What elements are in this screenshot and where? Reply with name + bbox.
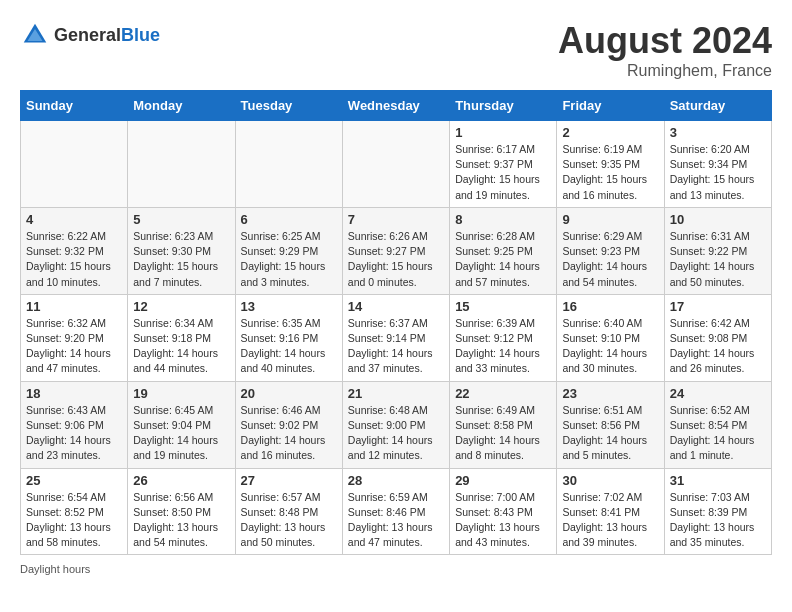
day-number: 24 [670,386,766,401]
day-number: 2 [562,125,658,140]
calendar-cell: 1Sunrise: 6:17 AMSunset: 9:37 PMDaylight… [450,121,557,208]
calendar-cell: 29Sunrise: 7:00 AMSunset: 8:43 PMDayligh… [450,468,557,555]
calendar-cell: 7Sunrise: 6:26 AMSunset: 9:27 PMDaylight… [342,207,449,294]
calendar-cell: 14Sunrise: 6:37 AMSunset: 9:14 PMDayligh… [342,294,449,381]
calendar-cell: 8Sunrise: 6:28 AMSunset: 9:25 PMDaylight… [450,207,557,294]
calendar-cell: 23Sunrise: 6:51 AMSunset: 8:56 PMDayligh… [557,381,664,468]
calendar-cell: 16Sunrise: 6:40 AMSunset: 9:10 PMDayligh… [557,294,664,381]
day-number: 25 [26,473,122,488]
day-number: 11 [26,299,122,314]
day-info: Sunrise: 6:19 AMSunset: 9:35 PMDaylight:… [562,142,658,203]
day-info: Sunrise: 7:03 AMSunset: 8:39 PMDaylight:… [670,490,766,551]
calendar-cell: 26Sunrise: 6:56 AMSunset: 8:50 PMDayligh… [128,468,235,555]
calendar-cell: 15Sunrise: 6:39 AMSunset: 9:12 PMDayligh… [450,294,557,381]
day-number: 16 [562,299,658,314]
column-header-friday: Friday [557,91,664,121]
calendar-cell: 3Sunrise: 6:20 AMSunset: 9:34 PMDaylight… [664,121,771,208]
calendar-cell: 24Sunrise: 6:52 AMSunset: 8:54 PMDayligh… [664,381,771,468]
calendar-cell: 30Sunrise: 7:02 AMSunset: 8:41 PMDayligh… [557,468,664,555]
footer-note: Daylight hours [20,563,772,575]
day-number: 28 [348,473,444,488]
day-number: 23 [562,386,658,401]
calendar-cell: 25Sunrise: 6:54 AMSunset: 8:52 PMDayligh… [21,468,128,555]
day-number: 14 [348,299,444,314]
day-info: Sunrise: 7:02 AMSunset: 8:41 PMDaylight:… [562,490,658,551]
day-info: Sunrise: 6:52 AMSunset: 8:54 PMDaylight:… [670,403,766,464]
day-number: 6 [241,212,337,227]
column-header-thursday: Thursday [450,91,557,121]
calendar-cell: 18Sunrise: 6:43 AMSunset: 9:06 PMDayligh… [21,381,128,468]
day-info: Sunrise: 6:26 AMSunset: 9:27 PMDaylight:… [348,229,444,290]
week-row-4: 18Sunrise: 6:43 AMSunset: 9:06 PMDayligh… [21,381,772,468]
day-number: 20 [241,386,337,401]
week-row-5: 25Sunrise: 6:54 AMSunset: 8:52 PMDayligh… [21,468,772,555]
column-header-saturday: Saturday [664,91,771,121]
calendar-cell [21,121,128,208]
header-row: SundayMondayTuesdayWednesdayThursdayFrid… [21,91,772,121]
title-area: August 2024 Ruminghem, France [558,20,772,80]
column-header-tuesday: Tuesday [235,91,342,121]
calendar-cell: 13Sunrise: 6:35 AMSunset: 9:16 PMDayligh… [235,294,342,381]
day-number: 21 [348,386,444,401]
calendar-cell: 5Sunrise: 6:23 AMSunset: 9:30 PMDaylight… [128,207,235,294]
day-number: 22 [455,386,551,401]
day-info: Sunrise: 6:59 AMSunset: 8:46 PMDaylight:… [348,490,444,551]
day-number: 15 [455,299,551,314]
day-info: Sunrise: 6:46 AMSunset: 9:02 PMDaylight:… [241,403,337,464]
day-info: Sunrise: 6:34 AMSunset: 9:18 PMDaylight:… [133,316,229,377]
day-info: Sunrise: 6:45 AMSunset: 9:04 PMDaylight:… [133,403,229,464]
day-number: 3 [670,125,766,140]
day-number: 7 [348,212,444,227]
calendar-cell: 12Sunrise: 6:34 AMSunset: 9:18 PMDayligh… [128,294,235,381]
calendar-cell: 6Sunrise: 6:25 AMSunset: 9:29 PMDaylight… [235,207,342,294]
day-info: Sunrise: 6:39 AMSunset: 9:12 PMDaylight:… [455,316,551,377]
day-info: Sunrise: 6:40 AMSunset: 9:10 PMDaylight:… [562,316,658,377]
day-info: Sunrise: 6:42 AMSunset: 9:08 PMDaylight:… [670,316,766,377]
logo-general-text: General [54,25,121,45]
calendar-cell: 9Sunrise: 6:29 AMSunset: 9:23 PMDaylight… [557,207,664,294]
month-title: August 2024 [558,20,772,62]
day-info: Sunrise: 6:57 AMSunset: 8:48 PMDaylight:… [241,490,337,551]
logo: GeneralBlue [20,20,160,50]
day-info: Sunrise: 7:00 AMSunset: 8:43 PMDaylight:… [455,490,551,551]
day-number: 17 [670,299,766,314]
day-number: 19 [133,386,229,401]
page-header: GeneralBlue August 2024 Ruminghem, Franc… [20,20,772,80]
calendar-cell: 22Sunrise: 6:49 AMSunset: 8:58 PMDayligh… [450,381,557,468]
calendar-cell: 21Sunrise: 6:48 AMSunset: 9:00 PMDayligh… [342,381,449,468]
column-header-sunday: Sunday [21,91,128,121]
day-number: 4 [26,212,122,227]
day-info: Sunrise: 6:32 AMSunset: 9:20 PMDaylight:… [26,316,122,377]
calendar-cell: 28Sunrise: 6:59 AMSunset: 8:46 PMDayligh… [342,468,449,555]
day-info: Sunrise: 6:22 AMSunset: 9:32 PMDaylight:… [26,229,122,290]
logo-icon [20,20,50,50]
calendar-cell: 31Sunrise: 7:03 AMSunset: 8:39 PMDayligh… [664,468,771,555]
day-info: Sunrise: 6:29 AMSunset: 9:23 PMDaylight:… [562,229,658,290]
day-info: Sunrise: 6:31 AMSunset: 9:22 PMDaylight:… [670,229,766,290]
week-row-2: 4Sunrise: 6:22 AMSunset: 9:32 PMDaylight… [21,207,772,294]
week-row-3: 11Sunrise: 6:32 AMSunset: 9:20 PMDayligh… [21,294,772,381]
day-number: 30 [562,473,658,488]
day-info: Sunrise: 6:25 AMSunset: 9:29 PMDaylight:… [241,229,337,290]
column-header-wednesday: Wednesday [342,91,449,121]
day-number: 12 [133,299,229,314]
calendar-cell: 10Sunrise: 6:31 AMSunset: 9:22 PMDayligh… [664,207,771,294]
calendar-cell: 4Sunrise: 6:22 AMSunset: 9:32 PMDaylight… [21,207,128,294]
calendar-cell: 19Sunrise: 6:45 AMSunset: 9:04 PMDayligh… [128,381,235,468]
week-row-1: 1Sunrise: 6:17 AMSunset: 9:37 PMDaylight… [21,121,772,208]
day-info: Sunrise: 6:17 AMSunset: 9:37 PMDaylight:… [455,142,551,203]
day-info: Sunrise: 6:28 AMSunset: 9:25 PMDaylight:… [455,229,551,290]
calendar-cell [342,121,449,208]
day-number: 9 [562,212,658,227]
day-info: Sunrise: 6:51 AMSunset: 8:56 PMDaylight:… [562,403,658,464]
calendar-cell: 17Sunrise: 6:42 AMSunset: 9:08 PMDayligh… [664,294,771,381]
column-header-monday: Monday [128,91,235,121]
day-info: Sunrise: 6:54 AMSunset: 8:52 PMDaylight:… [26,490,122,551]
day-info: Sunrise: 6:35 AMSunset: 9:16 PMDaylight:… [241,316,337,377]
calendar-table: SundayMondayTuesdayWednesdayThursdayFrid… [20,90,772,555]
day-number: 1 [455,125,551,140]
logo-blue-text: Blue [121,25,160,45]
day-number: 10 [670,212,766,227]
calendar-cell: 27Sunrise: 6:57 AMSunset: 8:48 PMDayligh… [235,468,342,555]
day-number: 29 [455,473,551,488]
